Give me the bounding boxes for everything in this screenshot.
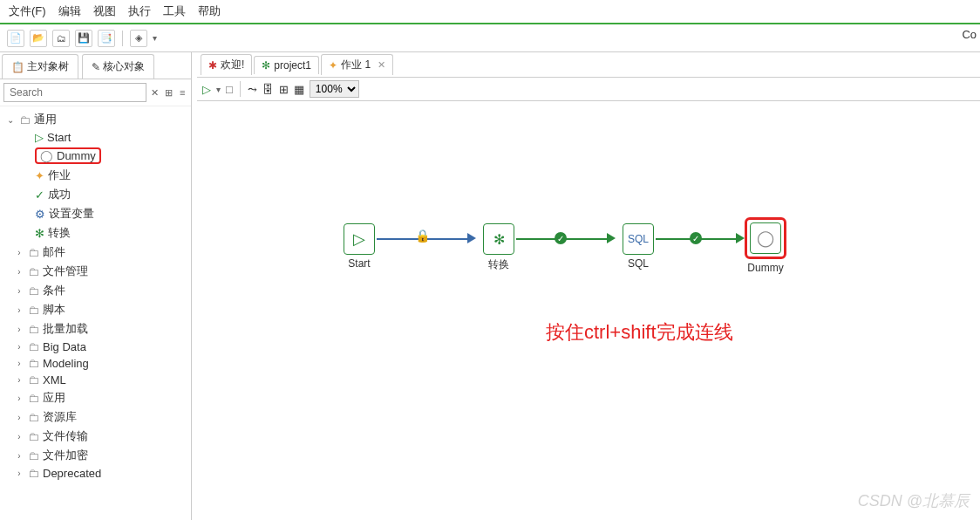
tree-folder-label: 文件加密 xyxy=(43,448,88,463)
canvas[interactable]: 🔒 ✓ ✓ ▷ Start ✻ 转换 SQL SQL ◯ xyxy=(197,101,980,520)
save-as-button[interactable]: 📑 xyxy=(98,30,115,47)
node-transform[interactable]: ✻ 转换 xyxy=(483,223,514,272)
tree-item-transform[interactable]: ✻ 转换 xyxy=(2,223,189,243)
dummy-icon: ◯ xyxy=(40,149,53,162)
caret-right-icon: › xyxy=(14,267,24,277)
search-input[interactable] xyxy=(3,83,146,102)
caret-right-icon: › xyxy=(14,451,24,461)
check-icon: ✓ xyxy=(555,232,567,244)
tree-folder[interactable]: ›🗀应用 xyxy=(2,388,189,407)
annotation-text: 按住ctrl+shift完成连线 xyxy=(546,319,733,346)
layers-button[interactable]: ◈ xyxy=(130,30,147,47)
new-file-button[interactable]: 📄 xyxy=(7,30,24,47)
close-icon[interactable]: ✕ xyxy=(378,59,385,71)
tree-folder[interactable]: ›🗀Deprecated xyxy=(2,465,189,482)
align-icon[interactable]: ⊞ xyxy=(279,83,289,96)
dummy-icon: ◯ xyxy=(757,229,774,248)
tree-folder[interactable]: ›🗀文件管理 xyxy=(2,262,189,281)
menu-tools[interactable]: 工具 xyxy=(163,3,186,19)
tree-folder-label: 资源库 xyxy=(43,409,77,425)
clear-search-button[interactable]: ✕ xyxy=(150,85,160,100)
tree-folder[interactable]: ›🗀Modeling xyxy=(2,355,189,372)
save-button[interactable]: 💾 xyxy=(75,30,92,47)
tree-icon: 📋 xyxy=(11,61,24,73)
tree-setvar-label: 设置变量 xyxy=(49,206,94,222)
tree-start-label: Start xyxy=(47,131,71,144)
play-icon: ▷ xyxy=(35,131,44,144)
caret-right-icon: › xyxy=(14,375,24,385)
toolbar-separator xyxy=(122,31,123,46)
tool-icon[interactable]: ⤳ xyxy=(248,83,257,96)
run-dropdown-icon[interactable]: ▾ xyxy=(216,85,221,94)
tree-general[interactable]: ⌄ 🗀 通用 xyxy=(2,110,189,129)
tab-project1[interactable]: ✻ project1 xyxy=(254,56,319,74)
expand-tree-button[interactable]: ⊞ xyxy=(164,85,174,100)
menu-help[interactable]: 帮助 xyxy=(198,3,221,19)
tree-folder-label: XML xyxy=(43,373,66,387)
open-button[interactable]: 📂 xyxy=(30,30,47,47)
caret-right-icon: › xyxy=(14,286,24,296)
tab-main-tree[interactable]: 📋 主对象树 xyxy=(2,54,78,79)
caret-right-icon: › xyxy=(14,469,24,478)
tree-item-job[interactable]: ✦ 作业 xyxy=(2,166,189,185)
tab-core-objects[interactable]: ✎ 核心对象 xyxy=(82,54,154,79)
zoom-select[interactable]: 100% xyxy=(310,80,359,98)
dropdown-icon[interactable]: ▾ xyxy=(153,33,157,43)
node-start-label: Start xyxy=(344,257,375,270)
tree-item-success[interactable]: ✓ 成功 xyxy=(2,185,189,204)
tree-folder[interactable]: ›🗀资源库 xyxy=(2,407,189,427)
explore-button[interactable]: 🗂 xyxy=(52,30,70,47)
menu-edit[interactable]: 编辑 xyxy=(58,3,81,19)
tree-folder[interactable]: ›🗀批量加载 xyxy=(2,319,189,339)
tree-item-setvar[interactable]: ⚙ 设置变量 xyxy=(2,204,189,223)
tree-item-start[interactable]: ▷ Start xyxy=(2,129,189,146)
tree-folder-label: 文件管理 xyxy=(43,263,88,279)
menu-file[interactable]: 文件(F) xyxy=(9,3,46,19)
node-dummy[interactable]: ◯ Dummy xyxy=(745,217,786,274)
tree-dummy-label: Dummy xyxy=(57,149,96,162)
tree-folder-label: Big Data xyxy=(43,340,86,353)
caret-right-icon: › xyxy=(14,305,24,315)
tree-folder-label: 邮件 xyxy=(43,244,65,260)
menu-view[interactable]: 视图 xyxy=(93,3,116,19)
lock-icon: 🔒 xyxy=(415,229,430,243)
object-tree: ⌄ 🗀 通用 ▷ Start ◯ Dummy ✦ 作业 ✓ 成功 xyxy=(0,106,191,520)
tab-welcome[interactable]: ✱ 欢迎! xyxy=(201,54,252,75)
run-button[interactable]: ▷ xyxy=(202,83,211,96)
search-row: ✕ ⊞ ≡ xyxy=(0,79,191,106)
caret-right-icon: › xyxy=(14,325,24,334)
caret-right-icon: › xyxy=(14,393,24,403)
collapse-tree-button[interactable]: ≡ xyxy=(177,85,187,100)
folder-icon: 🗀 xyxy=(28,392,39,405)
db-icon[interactable]: 🗄 xyxy=(262,83,274,96)
tree-folder[interactable]: ›🗀条件 xyxy=(2,281,189,300)
transform-icon: ✻ xyxy=(35,227,44,240)
stop-button[interactable]: □ xyxy=(226,83,233,96)
tab-welcome-label: 欢迎! xyxy=(221,58,244,72)
check-icon: ✓ xyxy=(690,232,702,244)
node-dummy-label: Dummy xyxy=(745,262,786,274)
folder-icon: 🗀 xyxy=(28,357,39,370)
tree-item-dummy[interactable]: ◯ Dummy xyxy=(2,146,189,166)
job-icon: ✦ xyxy=(35,169,44,182)
tab-core-objects-label: 核心对象 xyxy=(103,59,145,74)
project-icon: ✻ xyxy=(262,59,270,72)
folder-icon: 🗀 xyxy=(28,340,39,353)
tab-job1[interactable]: ✦ 作业 1 ✕ xyxy=(321,54,393,75)
grid-icon[interactable]: ▦ xyxy=(294,83,304,96)
editor-area: ✱ 欢迎! ✻ project1 ✦ 作业 1 ✕ ▷ ▾ □ ⤳ 🗄 ⊞ ▦ … xyxy=(192,52,980,520)
arrow-icon xyxy=(607,233,616,243)
tree-folder[interactable]: ›🗀邮件 xyxy=(2,243,189,262)
menu-run[interactable]: 执行 xyxy=(128,3,151,19)
folder-icon: 🗀 xyxy=(28,373,39,387)
node-start[interactable]: ▷ Start xyxy=(344,223,375,270)
tree-folder[interactable]: ›🗀脚本 xyxy=(2,300,189,319)
tab-main-tree-label: 主对象树 xyxy=(27,59,69,74)
caret-right-icon: › xyxy=(14,432,24,441)
tree-folder[interactable]: ›🗀文件加密 xyxy=(2,446,189,465)
pencil-icon: ✎ xyxy=(92,61,100,73)
node-sql[interactable]: SQL SQL xyxy=(623,223,654,270)
tree-folder[interactable]: ›🗀XML xyxy=(2,372,189,388)
tree-folder[interactable]: ›🗀Big Data xyxy=(2,339,189,355)
tree-folder[interactable]: ›🗀文件传输 xyxy=(2,427,189,446)
